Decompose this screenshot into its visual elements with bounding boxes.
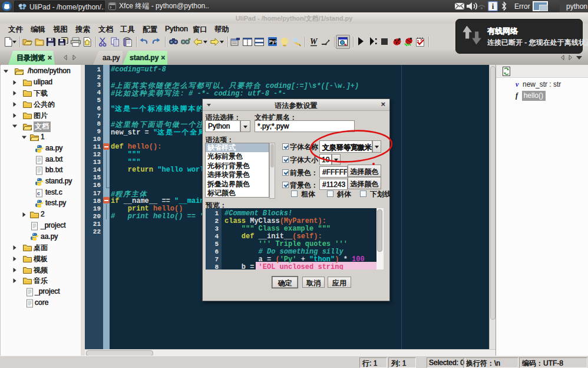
svg-text:i: i [492,2,494,11]
svg-text:W: W [310,37,318,46]
svg-text:Py>: Py> [269,40,277,44]
